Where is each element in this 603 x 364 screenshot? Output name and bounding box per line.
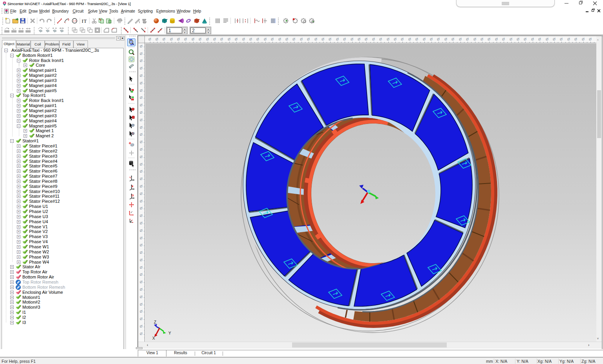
svg-text:1-3: 1-3 — [73, 20, 77, 22]
svg-text:2: 2 — [68, 19, 69, 21]
svg-text:Z: Z — [154, 320, 156, 324]
svg-text:Y: Y — [168, 331, 171, 335]
svg-text:T: T — [84, 18, 87, 24]
svg-text:X: X — [152, 336, 155, 340]
svg-text:I: I — [82, 18, 83, 24]
